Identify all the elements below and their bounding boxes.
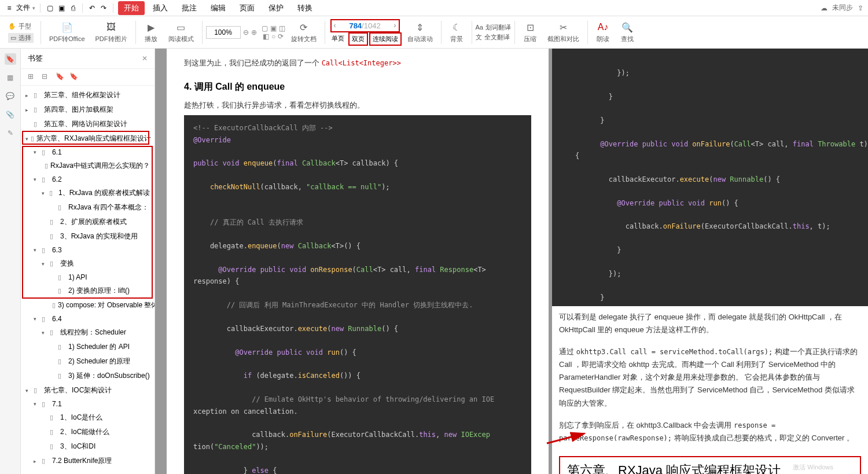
read-mode[interactable]: ▭阅读模式	[164, 20, 198, 45]
hamburger-icon[interactable]: ≡	[5, 3, 14, 13]
zoom-out-icon[interactable]: ⊖	[243, 28, 249, 36]
read-aloud[interactable]: A♪朗读	[591, 20, 615, 45]
undo-icon[interactable]: ↶	[87, 3, 97, 13]
dropdown-icon[interactable]: ▾	[32, 5, 35, 11]
save-icon[interactable]: ▣	[57, 3, 66, 13]
tab-edit[interactable]: 编辑	[205, 1, 231, 15]
tree-item[interactable]: ▯2) Scheduler 的原理	[21, 354, 155, 369]
tab-start[interactable]: 开始	[118, 1, 145, 15]
view-icon-3[interactable]: ⟳	[278, 32, 284, 41]
select-tool[interactable]: ▭选择	[8, 33, 34, 43]
tree-item[interactable]: ▾▯6.3	[21, 244, 155, 256]
code-block-right: }); } } @Override public void onFailure(…	[552, 49, 868, 306]
redo-icon[interactable]: ↷	[99, 3, 108, 13]
tree-item[interactable]: ▯2) 变换的原理：lift()	[21, 284, 155, 298]
file-menu[interactable]: 文件	[16, 3, 30, 13]
tree-item[interactable]: ▯3、RxJava 的实现和使用	[21, 229, 155, 244]
print-icon[interactable]: ⎙	[68, 3, 78, 13]
page-nav-box: ‹ 784/1042 ›	[330, 19, 400, 32]
tree-item[interactable]: ▾▯6.4	[21, 313, 155, 325]
actual-size-icon[interactable]: ◫	[279, 24, 285, 32]
find-tool[interactable]: 🔍查找	[616, 20, 639, 45]
fit-page-icon[interactable]: ▣	[270, 24, 277, 32]
tree-item[interactable]: ▯1) Scheduler 的 API	[21, 340, 155, 354]
explain-para-2: 通过 okhttp3.Call call = serviceMethod.toC…	[552, 341, 868, 414]
tree-item[interactable]: ▯3) compose: 对 Observable 整体的变换	[21, 298, 155, 313]
section-heading: 4. 调用 Call 的 enqueue	[184, 81, 531, 93]
tree-item[interactable]: ▯1、IoC是什么	[21, 410, 155, 425]
tree-item[interactable]: ▾▯1、RxJava 的观察者模式解读	[21, 186, 155, 200]
compress-tool[interactable]: ⊡压缩	[518, 20, 542, 45]
left-rail: 🔖 ▦ 💬 📎 ✎	[0, 49, 21, 474]
rotate-doc[interactable]: ⟳旋转文档	[286, 20, 321, 45]
page-total: /1042	[362, 21, 381, 30]
cloud-icon[interactable]: ☁	[821, 4, 827, 12]
view-icon-1[interactable]: ◧	[263, 32, 269, 41]
view-icon-2[interactable]: ○	[271, 32, 275, 41]
tree-item[interactable]: ▯2、IoC能做什么	[21, 425, 155, 439]
collapse-all-icon[interactable]: ⊟	[42, 72, 51, 82]
document-viewport[interactable]: 到这里为止，我们已经成功的返回了一个 Call<List<Integer>> 4…	[155, 49, 868, 474]
tree-item[interactable]: ▸▯第四章、图片加载框架	[21, 102, 155, 117]
comment-rail-icon[interactable]: 💬	[5, 90, 16, 102]
bookmark-rail-icon[interactable]: 🔖	[5, 53, 16, 65]
tree-item[interactable]: ▯3) 延伸：doOnSubscribe()	[21, 369, 155, 383]
red-arrow-icon	[544, 429, 590, 446]
tree-item[interactable]: ▾▯第六章、RXJava响应式编程框架设计	[21, 131, 155, 146]
page-current[interactable]: 784	[349, 21, 362, 30]
bookmark-add-icon[interactable]: 🔖	[69, 72, 79, 82]
ribbon-toolbar: ✋手型 ▭选择 📄PDF转Office 🖼PDF转图片 ▶播放 ▭阅读模式 ⊖ …	[0, 16, 868, 49]
tab-page[interactable]: 页面	[234, 1, 260, 15]
tab-convert[interactable]: 转换	[292, 1, 318, 15]
share-icon[interactable]: ⇪	[858, 4, 863, 12]
tree-item[interactable]: ▯第五章、网络访问框架设计	[21, 117, 155, 131]
sync-status: 未同步	[832, 3, 853, 13]
thumbnail-rail-icon[interactable]: ▦	[5, 72, 16, 83]
single-page-view[interactable]: 单页	[329, 32, 347, 46]
tree-item[interactable]: ▯2、扩展的观察者模式	[21, 215, 155, 229]
code-block-left: <!-- ExecutorCallbackCall 内部 --> @Overri…	[184, 115, 531, 474]
fit-width-icon[interactable]: ▢	[262, 24, 268, 32]
tab-protect[interactable]: 保护	[263, 1, 289, 15]
zoom-in-icon[interactable]: ⊕	[251, 28, 257, 36]
top-menu-bar: ≡ 文件 ▾ ▢ ▣ ⎙ ↶ ↷ 开始 插入 批注 编辑 页面 保护 转换 ☁ …	[0, 0, 868, 16]
attach-rail-icon[interactable]: 📎	[5, 109, 16, 120]
page-left: 到这里为止，我们已经成功的返回了一个 Call<List<Integer>> 4…	[167, 49, 549, 474]
bookmark-icon[interactable]: 🔖	[56, 72, 65, 82]
hand-tool[interactable]: ✋手型	[8, 22, 34, 31]
word-translate[interactable]: Aa划词翻译	[476, 23, 511, 32]
zoom-input[interactable]	[206, 26, 241, 39]
tree-item[interactable]: ▸▯7.2 ButterKnife原理	[21, 454, 155, 468]
auto-scroll[interactable]: ⇕自动滚动	[403, 20, 437, 45]
expand-all-icon[interactable]: ⊞	[28, 72, 37, 82]
close-icon[interactable]: ✕	[142, 54, 148, 63]
tree-item[interactable]: ▾▯变换	[21, 256, 155, 271]
full-translate[interactable]: 文全文翻译	[476, 33, 511, 42]
tree-item[interactable]: ▾▯第七章、IOC架构设计	[21, 383, 155, 398]
next-page-icon[interactable]: ›	[394, 21, 396, 30]
crop-tool[interactable]: ✂截图和对比	[543, 20, 584, 45]
tab-annotate[interactable]: 批注	[176, 1, 203, 15]
double-page-view[interactable]: 双页	[348, 32, 368, 46]
tree-item[interactable]: ▯RxJava中链式调用怎么实现的？	[21, 159, 155, 173]
bookmark-tree: ▸▯第三章、组件化框架设计▸▯第四章、图片加载框架▯第五章、网络访问框架设计▾▯…	[21, 86, 155, 474]
subtext: 趁热打铁，我们执行异步请求，看看怎样切换线程的。	[184, 99, 531, 112]
tree-item[interactable]: ▾▯6.1	[21, 146, 155, 159]
pdf-to-image[interactable]: 🖼PDF转图片	[91, 20, 132, 45]
tree-item[interactable]: ▯1) API	[21, 271, 155, 284]
tree-item[interactable]: ▸▯第三章、组件化框架设计	[21, 88, 155, 102]
svg-line-0	[547, 433, 584, 443]
tree-item[interactable]: ▯3、IoC和DI	[21, 439, 155, 454]
stamp-rail-icon[interactable]: ✎	[5, 127, 16, 139]
intro-text: 到这里为止，我们已经成功的返回了一个 Call<List<Integer>>	[184, 57, 531, 69]
tree-item[interactable]: ▾▯6.2	[21, 173, 155, 186]
play-button[interactable]: ▶播放	[139, 20, 163, 45]
pdf-to-office[interactable]: 📄PDF转Office	[45, 20, 90, 45]
continuous-view[interactable]: 连续阅读	[369, 32, 402, 46]
tree-item[interactable]: ▾▯线程控制：Scheduler	[21, 325, 155, 340]
tab-insert[interactable]: 插入	[147, 1, 174, 15]
tree-item[interactable]: ▾▯7.1	[21, 398, 155, 410]
background-tool[interactable]: ☾背景	[445, 20, 468, 45]
tree-item[interactable]: ▯RxJava 有四个基本概念：	[21, 200, 155, 215]
folder-icon[interactable]: ▢	[45, 3, 54, 13]
